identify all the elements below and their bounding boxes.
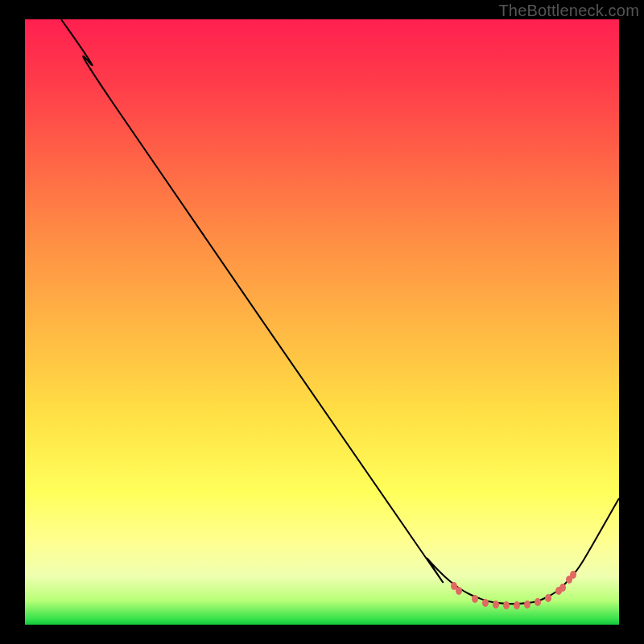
marker-dot [514, 601, 520, 609]
watermark-text: TheBottleneck.com [498, 2, 639, 20]
marker-dot [545, 594, 551, 602]
marker-dot [482, 599, 489, 607]
marker-dot [493, 601, 499, 609]
marker-dot [472, 595, 478, 603]
chart-plot-area [25, 19, 619, 625]
marker-dot [559, 584, 566, 592]
marker-dot [524, 601, 530, 609]
marker-dot [535, 598, 541, 606]
marker-dot [570, 571, 576, 579]
curve-path [61, 19, 619, 604]
marker-dot [456, 587, 462, 595]
bottleneck-curve [25, 19, 619, 625]
marker-dot [503, 601, 510, 609]
chart-container [0, 0, 644, 644]
